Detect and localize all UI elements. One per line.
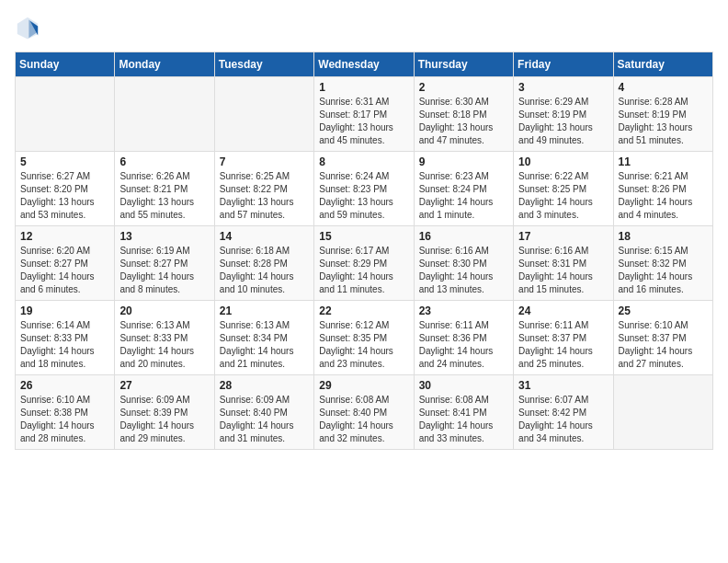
calendar-cell: 4Sunrise: 6:28 AM Sunset: 8:19 PM Daylig… [613, 77, 712, 152]
weekday-header-thursday: Thursday [414, 52, 513, 77]
day-number: 5 [20, 155, 109, 168]
day-number: 4 [619, 81, 708, 94]
day-number: 10 [518, 155, 608, 168]
calendar-week-5: 26Sunrise: 6:10 AM Sunset: 8:38 PM Dayli… [16, 375, 713, 450]
weekday-header-wednesday: Wednesday [314, 52, 414, 77]
day-number: 3 [518, 81, 608, 94]
calendar-cell: 21Sunrise: 6:13 AM Sunset: 8:34 PM Dayli… [214, 301, 313, 375]
cell-content: Sunrise: 6:20 AM Sunset: 8:27 PM Dayligh… [20, 245, 109, 296]
weekday-header-monday: Monday [115, 52, 214, 77]
weekday-header-tuesday: Tuesday [214, 52, 313, 77]
weekday-header-friday: Friday [514, 52, 613, 77]
day-number: 8 [319, 155, 408, 168]
calendar-cell: 25Sunrise: 6:10 AM Sunset: 8:37 PM Dayli… [613, 301, 712, 375]
calendar-week-3: 12Sunrise: 6:20 AM Sunset: 8:27 PM Dayli… [16, 226, 713, 301]
calendar-cell: 31Sunrise: 6:07 AM Sunset: 8:42 PM Dayli… [514, 375, 613, 450]
cell-content: Sunrise: 6:08 AM Sunset: 8:40 PM Dayligh… [319, 394, 408, 445]
cell-content: Sunrise: 6:08 AM Sunset: 8:41 PM Dayligh… [419, 394, 508, 445]
day-number: 18 [619, 230, 708, 243]
day-number: 23 [419, 304, 508, 317]
calendar-cell [16, 77, 115, 152]
weekday-row: SundayMondayTuesdayWednesdayThursdayFrid… [16, 52, 713, 77]
cell-content: Sunrise: 6:23 AM Sunset: 8:24 PM Dayligh… [419, 170, 508, 222]
weekday-header-sunday: Sunday [16, 52, 115, 77]
calendar-cell: 8Sunrise: 6:24 AM Sunset: 8:23 PM Daylig… [314, 152, 414, 226]
calendar-cell: 15Sunrise: 6:17 AM Sunset: 8:29 PM Dayli… [314, 226, 414, 301]
day-number: 29 [319, 379, 408, 392]
day-number: 27 [119, 379, 209, 392]
day-number: 9 [419, 155, 508, 168]
cell-content: Sunrise: 6:22 AM Sunset: 8:25 PM Dayligh… [518, 170, 608, 222]
cell-content: Sunrise: 6:13 AM Sunset: 8:33 PM Dayligh… [119, 319, 209, 371]
cell-content: Sunrise: 6:16 AM Sunset: 8:31 PM Dayligh… [518, 245, 608, 296]
cell-content: Sunrise: 6:24 AM Sunset: 8:23 PM Dayligh… [319, 170, 408, 222]
cell-content: Sunrise: 6:14 AM Sunset: 8:33 PM Dayligh… [20, 319, 109, 371]
calendar-cell: 1Sunrise: 6:31 AM Sunset: 8:17 PM Daylig… [314, 77, 414, 152]
cell-content: Sunrise: 6:12 AM Sunset: 8:35 PM Dayligh… [319, 319, 408, 371]
day-number: 20 [119, 304, 209, 317]
calendar-cell: 14Sunrise: 6:18 AM Sunset: 8:28 PM Dayli… [214, 226, 313, 301]
cell-content: Sunrise: 6:18 AM Sunset: 8:28 PM Dayligh… [220, 245, 309, 296]
cell-content: Sunrise: 6:30 AM Sunset: 8:18 PM Dayligh… [419, 96, 508, 147]
calendar-week-1: 1Sunrise: 6:31 AM Sunset: 8:17 PM Daylig… [16, 77, 713, 152]
cell-content: Sunrise: 6:28 AM Sunset: 8:19 PM Dayligh… [619, 96, 708, 147]
calendar-table: SundayMondayTuesdayWednesdayThursdayFrid… [15, 52, 713, 450]
calendar-cell: 3Sunrise: 6:29 AM Sunset: 8:19 PM Daylig… [514, 77, 613, 152]
cell-content: Sunrise: 6:11 AM Sunset: 8:37 PM Dayligh… [518, 319, 608, 371]
calendar-header: SundayMondayTuesdayWednesdayThursdayFrid… [16, 52, 713, 77]
calendar-cell: 28Sunrise: 6:09 AM Sunset: 8:40 PM Dayli… [214, 375, 313, 450]
cell-content: Sunrise: 6:31 AM Sunset: 8:17 PM Dayligh… [319, 96, 408, 147]
cell-content: Sunrise: 6:26 AM Sunset: 8:21 PM Dayligh… [119, 170, 209, 222]
cell-content: Sunrise: 6:21 AM Sunset: 8:26 PM Dayligh… [619, 170, 708, 222]
calendar-cell [214, 77, 313, 152]
cell-content: Sunrise: 6:16 AM Sunset: 8:30 PM Dayligh… [419, 245, 508, 296]
calendar-cell: 30Sunrise: 6:08 AM Sunset: 8:41 PM Dayli… [414, 375, 513, 450]
cell-content: Sunrise: 6:09 AM Sunset: 8:40 PM Dayligh… [220, 394, 309, 445]
calendar-cell: 13Sunrise: 6:19 AM Sunset: 8:27 PM Dayli… [115, 226, 214, 301]
cell-content: Sunrise: 6:09 AM Sunset: 8:39 PM Dayligh… [119, 394, 209, 445]
logo [15, 15, 44, 40]
calendar-cell: 24Sunrise: 6:11 AM Sunset: 8:37 PM Dayli… [514, 301, 613, 375]
cell-content: Sunrise: 6:10 AM Sunset: 8:38 PM Dayligh… [20, 394, 109, 445]
calendar-cell: 12Sunrise: 6:20 AM Sunset: 8:27 PM Dayli… [16, 226, 115, 301]
cell-content: Sunrise: 6:13 AM Sunset: 8:34 PM Dayligh… [220, 319, 309, 371]
day-number: 26 [20, 379, 109, 392]
day-number: 13 [119, 230, 209, 243]
calendar-cell: 20Sunrise: 6:13 AM Sunset: 8:33 PM Dayli… [115, 301, 214, 375]
day-number: 7 [220, 155, 309, 168]
day-number: 1 [319, 81, 408, 94]
calendar-cell: 29Sunrise: 6:08 AM Sunset: 8:40 PM Dayli… [314, 375, 414, 450]
calendar-cell: 10Sunrise: 6:22 AM Sunset: 8:25 PM Dayli… [514, 152, 613, 226]
day-number: 21 [220, 304, 309, 317]
day-number: 22 [319, 304, 408, 317]
cell-content: Sunrise: 6:29 AM Sunset: 8:19 PM Dayligh… [518, 96, 608, 147]
day-number: 15 [319, 230, 408, 243]
day-number: 31 [518, 379, 608, 392]
calendar-cell: 6Sunrise: 6:26 AM Sunset: 8:21 PM Daylig… [115, 152, 214, 226]
cell-content: Sunrise: 6:19 AM Sunset: 8:27 PM Dayligh… [119, 245, 209, 296]
calendar-cell: 17Sunrise: 6:16 AM Sunset: 8:31 PM Dayli… [514, 226, 613, 301]
calendar-body: 1Sunrise: 6:31 AM Sunset: 8:17 PM Daylig… [16, 77, 713, 450]
page-header [15, 15, 713, 40]
calendar-cell: 5Sunrise: 6:27 AM Sunset: 8:20 PM Daylig… [16, 152, 115, 226]
calendar-cell: 16Sunrise: 6:16 AM Sunset: 8:30 PM Dayli… [414, 226, 513, 301]
day-number: 12 [20, 230, 109, 243]
calendar-cell: 22Sunrise: 6:12 AM Sunset: 8:35 PM Dayli… [314, 301, 414, 375]
calendar-week-2: 5Sunrise: 6:27 AM Sunset: 8:20 PM Daylig… [16, 152, 713, 226]
day-number: 16 [419, 230, 508, 243]
cell-content: Sunrise: 6:10 AM Sunset: 8:37 PM Dayligh… [619, 319, 708, 371]
day-number: 25 [619, 304, 708, 317]
calendar-cell: 18Sunrise: 6:15 AM Sunset: 8:32 PM Dayli… [613, 226, 712, 301]
calendar-cell: 19Sunrise: 6:14 AM Sunset: 8:33 PM Dayli… [16, 301, 115, 375]
day-number: 6 [119, 155, 209, 168]
calendar-cell: 7Sunrise: 6:25 AM Sunset: 8:22 PM Daylig… [214, 152, 313, 226]
cell-content: Sunrise: 6:11 AM Sunset: 8:36 PM Dayligh… [419, 319, 508, 371]
cell-content: Sunrise: 6:17 AM Sunset: 8:29 PM Dayligh… [319, 245, 408, 296]
logo-icon [15, 15, 40, 40]
calendar-cell: 27Sunrise: 6:09 AM Sunset: 8:39 PM Dayli… [115, 375, 214, 450]
calendar-cell [115, 77, 214, 152]
calendar-cell: 11Sunrise: 6:21 AM Sunset: 8:26 PM Dayli… [613, 152, 712, 226]
calendar-cell: 26Sunrise: 6:10 AM Sunset: 8:38 PM Dayli… [16, 375, 115, 450]
day-number: 11 [619, 155, 708, 168]
day-number: 2 [419, 81, 508, 94]
